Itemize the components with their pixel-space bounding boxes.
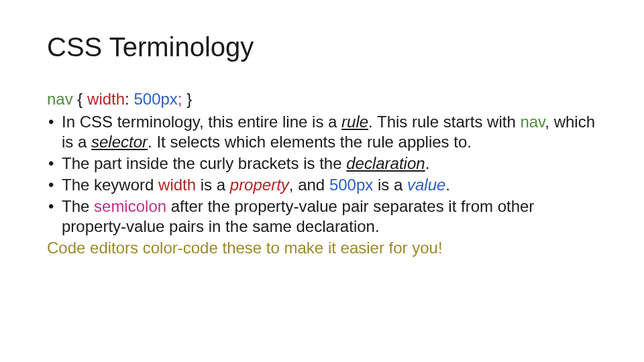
code-property: width: [87, 90, 125, 108]
text: In CSS terminology, this entire line is …: [62, 113, 341, 131]
code-brace-open: {: [73, 90, 87, 108]
code-brace-close: }: [182, 90, 193, 108]
list-item: In CSS terminology, this entire line is …: [47, 112, 597, 152]
text: .: [445, 176, 450, 194]
text: is a: [196, 176, 230, 194]
term-declaration: declaration: [346, 154, 425, 172]
list-item: The keyword width is a property, and 500…: [47, 175, 597, 195]
list-item: The semicolon after the property-value p…: [47, 196, 597, 237]
text: . It selects which elements the rule app…: [148, 133, 472, 151]
term-semicolon: semicolon: [94, 197, 166, 215]
text: , and: [289, 176, 329, 194]
text: The part inside the curly brackets is th…: [62, 154, 346, 172]
text: is a: [373, 176, 407, 194]
slide-title: CSS Terminology: [47, 32, 597, 62]
term-selector: selector: [91, 133, 148, 151]
closing-note: Code editors color-code these to make it…: [47, 238, 597, 258]
bullet-list: In CSS terminology, this entire line is …: [47, 112, 597, 237]
code-selector: nav: [47, 90, 73, 108]
text: The keyword: [62, 176, 158, 194]
term-rule: rule: [341, 113, 368, 131]
term-property: property: [230, 176, 289, 194]
term-nav: nav: [520, 113, 545, 131]
list-item: The part inside the curly brackets is th…: [47, 154, 597, 174]
text: The: [62, 197, 94, 215]
term-width: width: [158, 176, 196, 194]
slide: CSS Terminology nav { width: 500px; } In…: [0, 0, 644, 362]
code-colon: :: [125, 90, 133, 108]
text: .: [425, 154, 430, 172]
code-semicolon: ;: [178, 90, 182, 108]
code-value: 500px: [133, 90, 177, 108]
text: . This rule starts with: [368, 113, 520, 131]
slide-body: nav { width: 500px; } In CSS terminology…: [47, 89, 597, 258]
term-value-num: 500px: [329, 176, 373, 194]
term-value-word: value: [407, 176, 445, 194]
code-example: nav { width: 500px; }: [47, 89, 597, 109]
